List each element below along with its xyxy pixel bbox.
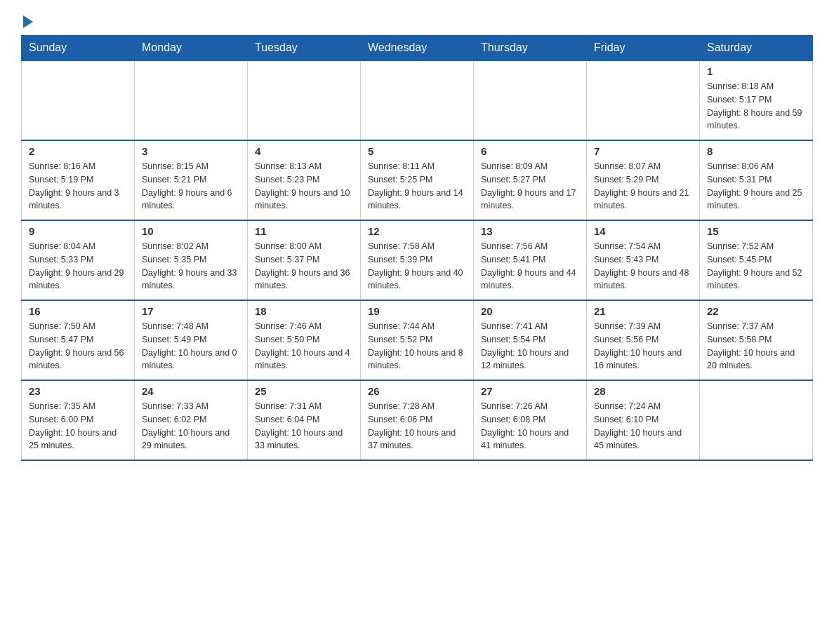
day-info: Sunrise: 7:26 AMSunset: 6:08 PMDaylight:… [481,400,579,452]
day-number: 26 [368,385,466,397]
calendar-cell [474,60,587,140]
calendar-cell [135,60,248,140]
day-number: 19 [368,305,466,317]
calendar-cell: 20Sunrise: 7:41 AMSunset: 5:54 PMDayligh… [474,300,587,380]
day-info: Sunrise: 8:16 AMSunset: 5:19 PMDaylight:… [29,160,127,213]
day-info: Sunrise: 7:52 AMSunset: 5:45 PMDaylight:… [707,240,805,293]
day-info: Sunrise: 7:39 AMSunset: 5:56 PMDaylight:… [594,320,692,373]
calendar-cell: 18Sunrise: 7:46 AMSunset: 5:50 PMDayligh… [248,300,361,380]
day-number: 20 [481,305,579,317]
calendar-cell [248,60,361,140]
day-info: Sunrise: 7:33 AMSunset: 6:02 PMDaylight:… [142,400,240,452]
page-header [21,14,813,28]
day-info: Sunrise: 7:35 AMSunset: 6:00 PMDaylight:… [29,400,127,452]
day-info: Sunrise: 7:24 AMSunset: 6:10 PMDaylight:… [594,400,692,452]
calendar-cell: 8Sunrise: 8:06 AMSunset: 5:31 PMDaylight… [700,140,813,220]
calendar-cell: 2Sunrise: 8:16 AMSunset: 5:19 PMDaylight… [22,140,135,220]
calendar-cell: 13Sunrise: 7:56 AMSunset: 5:41 PMDayligh… [474,220,587,300]
calendar-cell: 15Sunrise: 7:52 AMSunset: 5:45 PMDayligh… [700,220,813,300]
day-info: Sunrise: 8:18 AMSunset: 5:17 PMDaylight:… [707,80,805,133]
calendar-week-row: 2Sunrise: 8:16 AMSunset: 5:19 PMDaylight… [22,140,813,220]
calendar-cell: 6Sunrise: 8:09 AMSunset: 5:27 PMDaylight… [474,140,587,220]
day-number: 28 [594,385,692,397]
day-number: 9 [29,225,127,237]
calendar-cell: 4Sunrise: 8:13 AMSunset: 5:23 PMDaylight… [248,140,361,220]
calendar-week-row: 9Sunrise: 8:04 AMSunset: 5:33 PMDaylight… [22,220,813,300]
day-info: Sunrise: 7:46 AMSunset: 5:50 PMDaylight:… [255,320,353,373]
calendar-table: SundayMondayTuesdayWednesdayThursdayFrid… [21,35,813,461]
day-number: 25 [255,385,353,397]
calendar-cell: 10Sunrise: 8:02 AMSunset: 5:35 PMDayligh… [135,220,248,300]
weekday-header-wednesday: Wednesday [361,36,474,61]
day-info: Sunrise: 8:02 AMSunset: 5:35 PMDaylight:… [142,240,240,293]
day-info: Sunrise: 7:44 AMSunset: 5:52 PMDaylight:… [368,320,466,373]
day-info: Sunrise: 8:06 AMSunset: 5:31 PMDaylight:… [707,160,805,213]
calendar-cell: 19Sunrise: 7:44 AMSunset: 5:52 PMDayligh… [361,300,474,380]
day-number: 5 [368,145,466,157]
day-info: Sunrise: 7:50 AMSunset: 5:47 PMDaylight:… [29,320,127,373]
day-number: 3 [142,145,240,157]
day-info: Sunrise: 7:37 AMSunset: 5:58 PMDaylight:… [707,320,805,373]
day-number: 2 [29,145,127,157]
calendar-cell [361,60,474,140]
weekday-header-saturday: Saturday [700,36,813,61]
weekday-header-friday: Friday [587,36,700,61]
calendar-cell: 1Sunrise: 8:18 AMSunset: 5:17 PMDaylight… [700,60,813,140]
day-info: Sunrise: 8:09 AMSunset: 5:27 PMDaylight:… [481,160,579,213]
day-number: 11 [255,225,353,237]
day-info: Sunrise: 7:48 AMSunset: 5:49 PMDaylight:… [142,320,240,373]
day-number: 13 [481,225,579,237]
day-number: 16 [29,305,127,317]
day-number: 15 [707,225,805,237]
weekday-header-tuesday: Tuesday [248,36,361,61]
weekday-header-sunday: Sunday [22,36,135,61]
calendar-cell: 12Sunrise: 7:58 AMSunset: 5:39 PMDayligh… [361,220,474,300]
day-info: Sunrise: 7:41 AMSunset: 5:54 PMDaylight:… [481,320,579,373]
day-number: 8 [707,145,805,157]
day-info: Sunrise: 7:54 AMSunset: 5:43 PMDaylight:… [594,240,692,293]
calendar-cell: 9Sunrise: 8:04 AMSunset: 5:33 PMDaylight… [22,220,135,300]
day-info: Sunrise: 7:58 AMSunset: 5:39 PMDaylight:… [368,240,466,293]
calendar-cell: 28Sunrise: 7:24 AMSunset: 6:10 PMDayligh… [587,380,700,460]
day-number: 12 [368,225,466,237]
day-info: Sunrise: 7:31 AMSunset: 6:04 PMDaylight:… [255,400,353,452]
calendar-cell [700,380,813,460]
day-info: Sunrise: 8:11 AMSunset: 5:25 PMDaylight:… [368,160,466,213]
day-info: Sunrise: 8:15 AMSunset: 5:21 PMDaylight:… [142,160,240,213]
day-number: 10 [142,225,240,237]
calendar-header-row: SundayMondayTuesdayWednesdayThursdayFrid… [22,36,813,61]
day-number: 21 [594,305,692,317]
day-info: Sunrise: 7:56 AMSunset: 5:41 PMDaylight:… [481,240,579,293]
calendar-week-row: 16Sunrise: 7:50 AMSunset: 5:47 PMDayligh… [22,300,813,380]
calendar-cell: 24Sunrise: 7:33 AMSunset: 6:02 PMDayligh… [135,380,248,460]
day-number: 18 [255,305,353,317]
day-info: Sunrise: 8:13 AMSunset: 5:23 PMDaylight:… [255,160,353,213]
day-number: 24 [142,385,240,397]
weekday-header-monday: Monday [135,36,248,61]
calendar-cell: 25Sunrise: 7:31 AMSunset: 6:04 PMDayligh… [248,380,361,460]
calendar-cell: 22Sunrise: 7:37 AMSunset: 5:58 PMDayligh… [700,300,813,380]
day-info: Sunrise: 8:04 AMSunset: 5:33 PMDaylight:… [29,240,127,293]
calendar-cell: 17Sunrise: 7:48 AMSunset: 5:49 PMDayligh… [135,300,248,380]
calendar-cell [587,60,700,140]
day-info: Sunrise: 7:28 AMSunset: 6:06 PMDaylight:… [368,400,466,452]
logo [21,14,33,28]
day-number: 1 [707,65,805,77]
day-number: 22 [707,305,805,317]
day-number: 14 [594,225,692,237]
logo-arrow-icon [23,15,33,28]
calendar-week-row: 23Sunrise: 7:35 AMSunset: 6:00 PMDayligh… [22,380,813,460]
day-number: 4 [255,145,353,157]
calendar-cell [22,60,135,140]
day-number: 17 [142,305,240,317]
day-number: 27 [481,385,579,397]
day-info: Sunrise: 8:00 AMSunset: 5:37 PMDaylight:… [255,240,353,293]
weekday-header-thursday: Thursday [474,36,587,61]
day-info: Sunrise: 8:07 AMSunset: 5:29 PMDaylight:… [594,160,692,213]
day-number: 7 [594,145,692,157]
calendar-week-row: 1Sunrise: 8:18 AMSunset: 5:17 PMDaylight… [22,60,813,140]
calendar-cell: 3Sunrise: 8:15 AMSunset: 5:21 PMDaylight… [135,140,248,220]
calendar-cell: 16Sunrise: 7:50 AMSunset: 5:47 PMDayligh… [22,300,135,380]
calendar-cell: 23Sunrise: 7:35 AMSunset: 6:00 PMDayligh… [22,380,135,460]
calendar-cell: 14Sunrise: 7:54 AMSunset: 5:43 PMDayligh… [587,220,700,300]
